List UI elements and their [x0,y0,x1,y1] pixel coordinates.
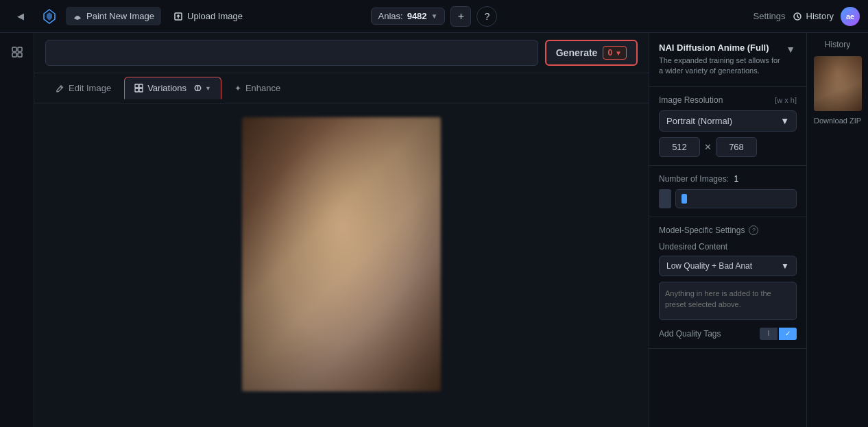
svg-rect-11 [139,88,143,92]
svg-marker-1 [47,12,52,21]
svg-rect-5 [18,47,22,51]
anlas-badge: Anlas: 9482 ▼ [371,8,446,25]
height-input[interactable] [716,137,757,157]
quality-tags-toggle[interactable]: I ✓ [760,328,797,340]
width-input[interactable] [659,137,700,157]
undesired-content-dropdown[interactable]: Low Quality + Bad Anat ▼ [659,256,797,276]
help-button[interactable]: ? [477,6,497,27]
num-images-label: Number of Images: 1 [659,174,797,184]
topbar-right: Settings History ae [497,7,860,26]
resolution-section: Image Resolution [w x h] Portrait (Norma… [649,87,806,166]
history-thumbnail[interactable] [814,56,862,111]
num-images-section: Number of Images: 1 [649,166,806,217]
svg-rect-7 [18,53,22,57]
tab-variations[interactable]: Variations ▼ [124,77,221,99]
topbar-center: Anlas: 9482 ▼ + ? [371,6,498,27]
num-images-row [659,189,797,208]
settings-button[interactable]: Settings [754,11,786,21]
num-images-slider[interactable] [675,189,797,208]
add-anlas-button[interactable]: + [450,6,471,27]
model-specific-label: Model-Specific Settings ? [659,225,797,235]
model-info: NAI Diffusion Anime (Full) The expanded … [659,42,784,77]
toggle-off-option[interactable]: I [760,328,777,340]
svg-rect-4 [12,47,16,51]
anlas-value: 9482 [407,11,427,21]
topbar: ◀ Paint New Image Upload Image Anlas: 94… [0,0,868,33]
info-icon: ? [749,225,758,235]
undesired-content-label: Undesired Content [659,242,797,252]
tab-enhance[interactable]: ✦ Enhance [224,77,291,99]
history-button[interactable]: History [793,11,834,21]
main-layout: Generate 0 ▼ Edit Image [0,33,868,427]
dimensions-x-icon: ✕ [704,142,712,152]
back-button[interactable]: ◀ [8,4,33,29]
quality-tags-row: Add Quality Tags I ✓ [659,328,797,340]
download-zip-button[interactable]: Download ZIP [814,117,861,125]
model-specific-settings: Model-Specific Settings ? Undesired Cont… [649,217,806,349]
history-panel: History Download ZIP [806,33,868,427]
toggle-on-option[interactable]: ✓ [779,328,797,340]
model-section: NAI Diffusion Anime (Full) The expanded … [649,33,806,87]
resolution-label: Image Resolution [w x h] [659,95,797,105]
right-panel: NAI Diffusion Anime (Full) The expanded … [649,33,806,427]
model-expand-button[interactable]: ▼ [784,42,797,56]
svg-rect-9 [139,84,143,88]
center-area: Generate 0 ▼ Edit Image [34,33,649,427]
cost-arrow-icon: ▼ [615,49,622,57]
model-header: NAI Diffusion Anime (Full) The expanded … [659,42,797,77]
generate-bar: Generate 0 ▼ [34,33,649,73]
canvas-area[interactable] [34,103,649,427]
resolution-inputs: ✕ [659,137,797,157]
tools-button[interactable] [5,40,29,64]
history-title: History [825,40,850,49]
topbar-left: ◀ Paint New Image Upload Image [8,4,371,29]
upload-image-button[interactable]: Upload Image [167,7,250,25]
anlas-label: Anlas: [378,11,403,21]
left-sidebar [0,33,34,427]
svg-rect-6 [12,53,16,57]
resolution-chevron-icon: ▼ [780,116,789,126]
tab-bar: Edit Image Variations ▼ [34,73,649,103]
prompt-input[interactable] [45,40,538,66]
undesired-chevron-icon: ▼ [781,261,789,271]
canvas-overlay [242,117,441,391]
preset-textarea[interactable] [659,282,797,320]
logo-icon [38,5,60,27]
canvas-image [242,117,441,391]
anlas-arrow-icon: ▼ [431,12,438,20]
svg-rect-8 [135,84,138,88]
avatar[interactable]: ae [841,7,860,26]
svg-rect-10 [135,88,138,92]
tab-edit-image[interactable]: Edit Image [45,77,121,99]
model-description: The expanded training set allows for a w… [659,56,784,77]
variations-dropdown-icon[interactable]: ▼ [205,85,211,92]
num-images-thumb [659,189,671,208]
model-name: NAI Diffusion Anime (Full) [659,42,784,53]
enhance-sparkle-icon: ✦ [234,84,241,93]
resolution-dropdown[interactable]: Portrait (Normal) ▼ [659,110,797,132]
cost-badge: 0 ▼ [603,46,627,60]
paint-new-image-button[interactable]: Paint New Image [66,7,161,25]
generate-button[interactable]: Generate 0 ▼ [545,40,638,66]
variations-icons: ▼ [191,84,211,93]
